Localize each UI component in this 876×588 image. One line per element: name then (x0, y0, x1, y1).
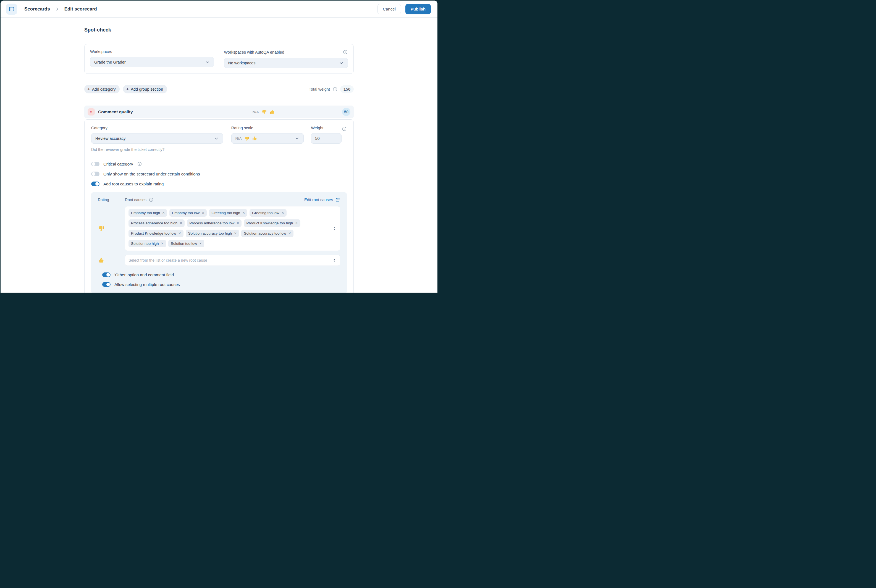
remove-tag-icon[interactable]: ✕ (242, 211, 245, 215)
info-icon[interactable] (148, 197, 154, 202)
remove-tag-icon[interactable]: ✕ (162, 211, 165, 215)
root-cause-tag[interactable]: Product Knowledge too high✕ (244, 219, 300, 227)
info-icon[interactable] (342, 126, 347, 132)
root-causes-panel: Rating Root causes Edit root causes (91, 192, 347, 292)
remove-tag-icon[interactable]: ✕ (281, 211, 284, 215)
total-weight-value: 150 (340, 86, 354, 93)
remove-tag-icon[interactable]: ✕ (199, 242, 202, 245)
stepper-icon[interactable] (332, 258, 337, 262)
chevron-right-icon (55, 7, 60, 12)
tag-label: Solution too low (171, 242, 197, 246)
rating-scale-field: Rating scale N/A (231, 126, 304, 144)
breadcrumb-scorecards[interactable]: Scorecards (24, 6, 50, 12)
rating-scale-select[interactable]: N/A (231, 133, 304, 144)
app-window: Scorecards Edit scorecard Cancel Publish… (0, 0, 438, 292)
remove-tag-icon[interactable]: ✕ (234, 231, 237, 235)
sidebar-panel-icon (9, 6, 15, 12)
root-cause-tag[interactable]: Process adherence too high✕ (129, 219, 184, 227)
root-cause-tag[interactable]: Process adherence too low✕ (187, 219, 242, 227)
chevron-down-icon (205, 60, 210, 64)
info-icon[interactable] (333, 87, 338, 92)
root-cause-tag[interactable]: Empathy too high✕ (129, 209, 167, 217)
category-row-comment-quality[interactable]: !! Comment quality N/A 50 (84, 105, 354, 118)
rating-cell (98, 255, 125, 266)
workspaces-card: Workspaces Grade the Grader Workspaces w… (84, 44, 354, 74)
remove-tag-icon[interactable]: ✕ (161, 242, 164, 245)
conditional-display-toggle[interactable] (91, 172, 99, 176)
tag-label: Solution too high (131, 242, 159, 246)
edit-root-causes-link[interactable]: Edit root causes (304, 197, 340, 202)
root-causes-label: Root causes (125, 198, 147, 202)
root-cause-tag[interactable]: Empathy too low✕ (170, 209, 207, 217)
other-option-toggle[interactable] (102, 273, 111, 277)
workspaces-field: Workspaces Grade the Grader (90, 50, 214, 68)
page-title: Spot-check (84, 27, 354, 33)
root-cause-tag[interactable]: Greeting too high✕ (209, 209, 248, 217)
critical-category-toggle[interactable] (91, 162, 99, 166)
remove-tag-icon[interactable]: ✕ (237, 221, 239, 225)
thumbs-down-icon (261, 109, 267, 115)
critical-category-icon: !! (88, 108, 95, 116)
category-helper-text: Did the reviewer grade the ticket correc… (91, 147, 347, 152)
category-select-value: Review accuracy (95, 136, 126, 141)
tag-label: Solution accuracy too low (244, 231, 286, 236)
category-field: Category Review accuracy (91, 126, 223, 144)
chevron-down-icon (295, 136, 300, 141)
toggle-label: 'Other' option and comment field (114, 273, 174, 277)
publish-button[interactable]: Publish (405, 4, 431, 14)
top-bar: Scorecards Edit scorecard Cancel Publish (0, 0, 438, 18)
info-icon[interactable] (137, 161, 142, 166)
root-cause-tag[interactable]: Solution too high✕ (129, 240, 166, 247)
root-cause-tags: Empathy too high✕Empathy too low✕Greetin… (129, 209, 328, 247)
root-causes-toggle[interactable] (91, 182, 99, 186)
remove-tag-icon[interactable]: ✕ (202, 211, 204, 215)
plus-icon: + (126, 87, 129, 92)
sidebar-toggle-button[interactable] (6, 4, 17, 15)
toggle-label: Add root causes to explain rating (104, 182, 164, 186)
thumbs-up-icon (252, 136, 257, 141)
root-causes-toggle-row: Add root causes to explain rating (91, 182, 347, 186)
weight-label: Weight (311, 126, 342, 130)
root-causes-options: 'Other' option and comment field Allow s… (102, 273, 340, 287)
tag-label: Product Knowledge too low (131, 231, 176, 236)
info-icon[interactable] (343, 50, 348, 55)
na-label: N/A (253, 110, 259, 114)
multiple-root-causes-toggle[interactable] (102, 282, 111, 287)
workspaces-select[interactable]: Grade the Grader (90, 57, 214, 67)
autoqa-select[interactable]: No workspaces (224, 58, 348, 68)
rating-cell (98, 206, 125, 251)
chevron-down-icon (339, 60, 344, 66)
root-cause-tag[interactable]: Solution accuracy too high✕ (186, 230, 239, 237)
thumbs-down-icon (244, 136, 249, 141)
root-cause-select-input[interactable]: Select from the list or create a new roo… (125, 255, 340, 266)
plus-icon: + (87, 87, 90, 92)
add-category-button[interactable]: + Add category (84, 85, 120, 93)
workspaces-select-value: Grade the Grader (94, 60, 126, 64)
other-option-toggle-row: 'Other' option and comment field (102, 273, 340, 277)
cancel-button[interactable]: Cancel (378, 4, 401, 14)
category-toggles: Critical category Only show on the score… (91, 161, 347, 186)
category-select[interactable]: Review accuracy (91, 133, 223, 144)
add-group-section-button[interactable]: + Add group section (123, 85, 167, 93)
root-causes-header: Rating Root causes Edit root causes (98, 197, 340, 202)
thumbs-down-icon (98, 225, 105, 232)
category-label: Category (91, 126, 223, 130)
stepper-icon[interactable] (332, 226, 337, 231)
tag-label: Empathy too high (131, 211, 160, 215)
category-row-title: Comment quality (98, 110, 253, 114)
root-cause-tag[interactable]: Greeting too low✕ (249, 209, 286, 217)
toggle-label: Critical category (104, 162, 133, 166)
add-category-label: Add category (92, 87, 116, 92)
remove-tag-icon[interactable]: ✕ (178, 231, 181, 235)
root-cause-tag[interactable]: Product Knowledge too low✕ (129, 230, 183, 237)
topbar-actions: Cancel Publish (378, 4, 431, 14)
root-cause-tag[interactable]: Solution too low✕ (168, 240, 204, 247)
remove-tag-icon[interactable]: ✕ (288, 231, 291, 235)
thumbs-up-root-causes-row: Select from the list or create a new roo… (98, 255, 340, 266)
remove-tag-icon[interactable]: ✕ (295, 221, 298, 225)
root-cause-tag[interactable]: Solution accuracy too low✕ (241, 230, 293, 237)
weight-input[interactable]: 50 (311, 133, 342, 144)
root-cause-tags-input[interactable]: Empathy too high✕Empathy too low✕Greetin… (125, 206, 340, 251)
total-weight: Total weight 150 (309, 86, 354, 93)
remove-tag-icon[interactable]: ✕ (180, 221, 182, 225)
